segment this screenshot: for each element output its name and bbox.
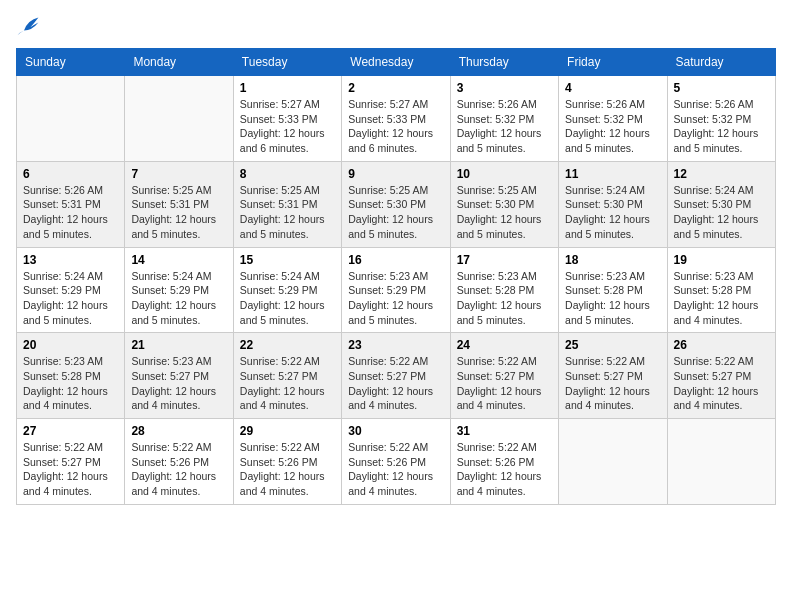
cell-content: Sunrise: 5:22 AMSunset: 5:27 PMDaylight:…	[240, 354, 335, 413]
calendar-cell: 17Sunrise: 5:23 AMSunset: 5:28 PMDayligh…	[450, 247, 558, 333]
cell-content: Sunrise: 5:26 AMSunset: 5:32 PMDaylight:…	[457, 97, 552, 156]
day-number: 15	[240, 253, 335, 267]
calendar-cell	[559, 419, 667, 505]
cell-content: Sunrise: 5:23 AMSunset: 5:28 PMDaylight:…	[565, 269, 660, 328]
calendar-cell: 31Sunrise: 5:22 AMSunset: 5:26 PMDayligh…	[450, 419, 558, 505]
day-header: Tuesday	[233, 49, 341, 76]
calendar-cell: 21Sunrise: 5:23 AMSunset: 5:27 PMDayligh…	[125, 333, 233, 419]
calendar-cell: 9Sunrise: 5:25 AMSunset: 5:30 PMDaylight…	[342, 161, 450, 247]
day-number: 3	[457, 81, 552, 95]
day-header: Thursday	[450, 49, 558, 76]
day-number: 2	[348, 81, 443, 95]
calendar-cell: 29Sunrise: 5:22 AMSunset: 5:26 PMDayligh…	[233, 419, 341, 505]
cell-content: Sunrise: 5:23 AMSunset: 5:29 PMDaylight:…	[348, 269, 443, 328]
calendar-cell: 16Sunrise: 5:23 AMSunset: 5:29 PMDayligh…	[342, 247, 450, 333]
calendar-cell: 6Sunrise: 5:26 AMSunset: 5:31 PMDaylight…	[17, 161, 125, 247]
calendar-cell: 26Sunrise: 5:22 AMSunset: 5:27 PMDayligh…	[667, 333, 775, 419]
day-number: 9	[348, 167, 443, 181]
calendar-cell: 20Sunrise: 5:23 AMSunset: 5:28 PMDayligh…	[17, 333, 125, 419]
calendar-header-row: SundayMondayTuesdayWednesdayThursdayFrid…	[17, 49, 776, 76]
cell-content: Sunrise: 5:26 AMSunset: 5:31 PMDaylight:…	[23, 183, 118, 242]
day-number: 8	[240, 167, 335, 181]
cell-content: Sunrise: 5:24 AMSunset: 5:30 PMDaylight:…	[565, 183, 660, 242]
day-number: 4	[565, 81, 660, 95]
calendar-cell: 13Sunrise: 5:24 AMSunset: 5:29 PMDayligh…	[17, 247, 125, 333]
day-number: 31	[457, 424, 552, 438]
calendar-cell: 5Sunrise: 5:26 AMSunset: 5:32 PMDaylight…	[667, 76, 775, 162]
cell-content: Sunrise: 5:27 AMSunset: 5:33 PMDaylight:…	[240, 97, 335, 156]
cell-content: Sunrise: 5:25 AMSunset: 5:31 PMDaylight:…	[131, 183, 226, 242]
day-header: Sunday	[17, 49, 125, 76]
logo-icon	[16, 16, 40, 36]
day-number: 16	[348, 253, 443, 267]
calendar-cell: 23Sunrise: 5:22 AMSunset: 5:27 PMDayligh…	[342, 333, 450, 419]
calendar-cell: 12Sunrise: 5:24 AMSunset: 5:30 PMDayligh…	[667, 161, 775, 247]
logo	[16, 16, 44, 36]
calendar-cell	[125, 76, 233, 162]
calendar-week-row: 6Sunrise: 5:26 AMSunset: 5:31 PMDaylight…	[17, 161, 776, 247]
day-number: 25	[565, 338, 660, 352]
day-number: 18	[565, 253, 660, 267]
cell-content: Sunrise: 5:25 AMSunset: 5:31 PMDaylight:…	[240, 183, 335, 242]
day-number: 6	[23, 167, 118, 181]
day-number: 21	[131, 338, 226, 352]
calendar-cell: 25Sunrise: 5:22 AMSunset: 5:27 PMDayligh…	[559, 333, 667, 419]
day-number: 17	[457, 253, 552, 267]
cell-content: Sunrise: 5:23 AMSunset: 5:28 PMDaylight:…	[23, 354, 118, 413]
cell-content: Sunrise: 5:22 AMSunset: 5:27 PMDaylight:…	[457, 354, 552, 413]
day-number: 13	[23, 253, 118, 267]
day-number: 27	[23, 424, 118, 438]
cell-content: Sunrise: 5:27 AMSunset: 5:33 PMDaylight:…	[348, 97, 443, 156]
calendar-week-row: 1Sunrise: 5:27 AMSunset: 5:33 PMDaylight…	[17, 76, 776, 162]
day-number: 19	[674, 253, 769, 267]
day-number: 7	[131, 167, 226, 181]
calendar-cell: 2Sunrise: 5:27 AMSunset: 5:33 PMDaylight…	[342, 76, 450, 162]
day-number: 29	[240, 424, 335, 438]
cell-content: Sunrise: 5:22 AMSunset: 5:26 PMDaylight:…	[240, 440, 335, 499]
day-number: 5	[674, 81, 769, 95]
day-number: 10	[457, 167, 552, 181]
day-header: Wednesday	[342, 49, 450, 76]
calendar-cell: 19Sunrise: 5:23 AMSunset: 5:28 PMDayligh…	[667, 247, 775, 333]
day-number: 22	[240, 338, 335, 352]
day-number: 11	[565, 167, 660, 181]
cell-content: Sunrise: 5:22 AMSunset: 5:26 PMDaylight:…	[457, 440, 552, 499]
cell-content: Sunrise: 5:22 AMSunset: 5:27 PMDaylight:…	[348, 354, 443, 413]
page-header	[16, 16, 776, 36]
day-number: 14	[131, 253, 226, 267]
cell-content: Sunrise: 5:26 AMSunset: 5:32 PMDaylight:…	[674, 97, 769, 156]
calendar-cell	[667, 419, 775, 505]
cell-content: Sunrise: 5:23 AMSunset: 5:28 PMDaylight:…	[457, 269, 552, 328]
day-number: 28	[131, 424, 226, 438]
calendar-cell: 28Sunrise: 5:22 AMSunset: 5:26 PMDayligh…	[125, 419, 233, 505]
cell-content: Sunrise: 5:25 AMSunset: 5:30 PMDaylight:…	[457, 183, 552, 242]
calendar-cell: 22Sunrise: 5:22 AMSunset: 5:27 PMDayligh…	[233, 333, 341, 419]
calendar-cell: 30Sunrise: 5:22 AMSunset: 5:26 PMDayligh…	[342, 419, 450, 505]
calendar-cell: 24Sunrise: 5:22 AMSunset: 5:27 PMDayligh…	[450, 333, 558, 419]
cell-content: Sunrise: 5:26 AMSunset: 5:32 PMDaylight:…	[565, 97, 660, 156]
cell-content: Sunrise: 5:22 AMSunset: 5:26 PMDaylight:…	[131, 440, 226, 499]
cell-content: Sunrise: 5:24 AMSunset: 5:29 PMDaylight:…	[23, 269, 118, 328]
calendar-cell: 10Sunrise: 5:25 AMSunset: 5:30 PMDayligh…	[450, 161, 558, 247]
calendar-cell: 15Sunrise: 5:24 AMSunset: 5:29 PMDayligh…	[233, 247, 341, 333]
calendar-cell: 1Sunrise: 5:27 AMSunset: 5:33 PMDaylight…	[233, 76, 341, 162]
calendar-cell: 14Sunrise: 5:24 AMSunset: 5:29 PMDayligh…	[125, 247, 233, 333]
day-number: 23	[348, 338, 443, 352]
calendar-cell: 11Sunrise: 5:24 AMSunset: 5:30 PMDayligh…	[559, 161, 667, 247]
day-header: Monday	[125, 49, 233, 76]
day-number: 20	[23, 338, 118, 352]
calendar-week-row: 27Sunrise: 5:22 AMSunset: 5:27 PMDayligh…	[17, 419, 776, 505]
calendar-cell: 27Sunrise: 5:22 AMSunset: 5:27 PMDayligh…	[17, 419, 125, 505]
calendar-week-row: 13Sunrise: 5:24 AMSunset: 5:29 PMDayligh…	[17, 247, 776, 333]
cell-content: Sunrise: 5:22 AMSunset: 5:26 PMDaylight:…	[348, 440, 443, 499]
day-number: 1	[240, 81, 335, 95]
day-number: 26	[674, 338, 769, 352]
cell-content: Sunrise: 5:25 AMSunset: 5:30 PMDaylight:…	[348, 183, 443, 242]
cell-content: Sunrise: 5:22 AMSunset: 5:27 PMDaylight:…	[23, 440, 118, 499]
calendar-cell	[17, 76, 125, 162]
calendar-table: SundayMondayTuesdayWednesdayThursdayFrid…	[16, 48, 776, 505]
calendar-cell: 4Sunrise: 5:26 AMSunset: 5:32 PMDaylight…	[559, 76, 667, 162]
calendar-cell: 8Sunrise: 5:25 AMSunset: 5:31 PMDaylight…	[233, 161, 341, 247]
day-number: 24	[457, 338, 552, 352]
calendar-cell: 18Sunrise: 5:23 AMSunset: 5:28 PMDayligh…	[559, 247, 667, 333]
